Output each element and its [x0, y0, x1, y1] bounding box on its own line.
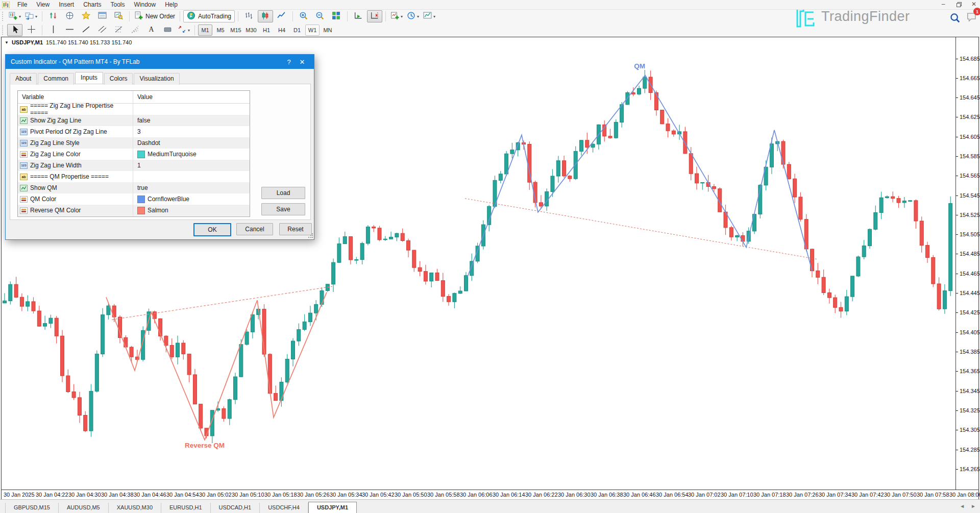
periods-dropdown-arrow[interactable]: ▾: [417, 14, 419, 19]
profiles-button[interactable]: ▾: [23, 10, 39, 22]
chart-tab-eurusdh1[interactable]: EURUSD,H1: [161, 503, 211, 513]
line-chart-button[interactable]: [274, 10, 289, 22]
dialog-help-button[interactable]: ?: [282, 58, 296, 66]
arrow-shapes-dropdown-arrow[interactable]: ▾: [188, 28, 190, 33]
chart-tab-usdcadh1[interactable]: USDCAD,H1: [211, 503, 260, 513]
dialog-close-button[interactable]: ✕: [296, 58, 309, 66]
restore-button[interactable]: [954, 1, 963, 8]
text-button[interactable]: A: [143, 24, 159, 36]
dialog-title-bar[interactable]: Custom Indicator - QM Pattern MT4 - By T…: [6, 55, 314, 69]
zoom-out-button[interactable]: [312, 10, 328, 22]
price-tick: [956, 371, 958, 372]
parameter-row[interactable]: 123Zig Zag Line Width1: [18, 160, 250, 171]
new-chart-dropdown-arrow[interactable]: ▾: [19, 14, 21, 19]
parameter-row[interactable]: 123Zig Zag Line StyleDashdot: [18, 137, 250, 149]
price-tick: [956, 156, 958, 157]
new-chart-button[interactable]: ▾: [7, 10, 22, 22]
minimize-button[interactable]: –: [939, 1, 947, 8]
parameter-row[interactable]: Zig Zag Line ColorMediumTurquoise: [18, 149, 250, 160]
time-axis[interactable]: 30 Jan 202530 Jan 04:2230 Jan 04:3030 Ja…: [2, 490, 978, 499]
dialog-tab-about[interactable]: About: [10, 73, 37, 85]
horizontal-line-button[interactable]: [62, 24, 77, 36]
menu-help[interactable]: Help: [160, 1, 182, 9]
dialog-resize-grip[interactable]: [308, 233, 313, 238]
candlestick-chart-button[interactable]: [258, 10, 273, 22]
timeframe-h1-button[interactable]: H1: [259, 25, 274, 36]
chart-tab-usdjpym1[interactable]: USDJPY,M1: [308, 502, 357, 513]
cursor-button[interactable]: [7, 24, 22, 36]
timeframe-w1-button[interactable]: W1: [305, 25, 320, 36]
parameter-row[interactable]: ab===== QM Propertise =====: [18, 171, 250, 182]
tab-scroll-left[interactable]: ◄: [960, 503, 965, 509]
chart-tab-audusdm5[interactable]: AUDUSD,M5: [59, 503, 109, 513]
navigator-button[interactable]: [78, 10, 93, 22]
cancel-button[interactable]: Cancel: [236, 223, 273, 235]
dialog-tab-inputs[interactable]: Inputs: [75, 72, 103, 84]
parameter-row[interactable]: Show QMtrue: [18, 182, 250, 193]
profiles-dropdown-arrow[interactable]: ▾: [35, 14, 37, 19]
price-axis-label: 154.645: [960, 94, 980, 101]
tab-scroll-right[interactable]: ►: [971, 503, 976, 509]
parameter-row[interactable]: Show Zig Zag Linefalse: [18, 115, 250, 126]
equidistant-channel-button[interactable]: [94, 24, 110, 36]
parameter-row[interactable]: ab===== Zig Zag Line Propertise =====: [18, 104, 250, 115]
market-watch-button[interactable]: [45, 10, 61, 22]
menu-window[interactable]: Window: [130, 1, 161, 9]
timeframe-m5-button[interactable]: M5: [213, 25, 228, 36]
parameter-row[interactable]: 123Pivot Period Of Zig Zag Line3: [18, 126, 250, 137]
search-icon[interactable]: [949, 12, 961, 23]
fibonacci-fan-button[interactable]: [127, 24, 142, 36]
menu-charts[interactable]: Charts: [79, 1, 106, 9]
templates-button[interactable]: ▾: [422, 10, 437, 22]
strategy-tester-button[interactable]: [111, 10, 126, 22]
vertical-line-button[interactable]: [45, 24, 61, 36]
chart-shift-button[interactable]: [367, 10, 382, 22]
menu-file[interactable]: File: [13, 1, 32, 9]
crosshair-button[interactable]: [23, 24, 39, 36]
menu-insert[interactable]: Insert: [54, 1, 79, 9]
autotrading-button[interactable]: AutoTrading: [183, 10, 235, 22]
vertical-line-icon: [49, 25, 58, 35]
timeframe-d1-button[interactable]: D1: [290, 25, 304, 36]
parameter-row[interactable]: QM ColorCornflowerBlue: [18, 193, 250, 205]
chart-tab-usdchfh4[interactable]: USDCHF,H4: [260, 503, 308, 513]
periods-button[interactable]: ▾: [405, 10, 421, 22]
menu-view[interactable]: View: [32, 1, 54, 9]
time-axis-label: 30 Jan 04:30: [68, 492, 101, 498]
timeframe-mn-button[interactable]: MN: [321, 25, 335, 36]
dialog-tab-visualization[interactable]: Visualization: [134, 73, 179, 85]
zoom-in-button[interactable]: [296, 10, 311, 22]
fibonacci-retracement-button[interactable]: [111, 24, 126, 36]
new-order-button[interactable]: New Order: [133, 10, 177, 22]
tile-windows-button[interactable]: [329, 10, 344, 22]
terminal-button[interactable]: [94, 10, 110, 22]
parameter-row[interactable]: Reverse QM ColorSalmon: [18, 205, 250, 216]
indicators-list-dropdown-arrow[interactable]: ▾: [401, 14, 403, 19]
arrow-shapes-button[interactable]: ▾: [176, 24, 191, 36]
notification-bubble[interactable]: 1: [966, 11, 978, 24]
chart-tab-gbpusdm15[interactable]: GBPUSD,M15: [5, 503, 59, 513]
indicators-list-button[interactable]: ▾: [389, 10, 404, 22]
timeframe-m1-button[interactable]: M1: [198, 25, 212, 36]
load-button[interactable]: Load: [261, 187, 305, 199]
timeframe-m30-button[interactable]: M30: [244, 25, 258, 36]
time-axis-label: 30 Jan 07:10: [721, 492, 753, 498]
reset-button[interactable]: Reset: [279, 223, 312, 235]
chart-collapse-icon[interactable]: ▼: [5, 40, 9, 45]
dialog-tab-colors[interactable]: Colors: [104, 73, 133, 85]
templates-dropdown-arrow[interactable]: ▾: [433, 14, 435, 19]
close-button[interactable]: ✕: [970, 1, 978, 8]
trendline-button[interactable]: [78, 24, 93, 36]
bar-chart-button[interactable]: [241, 10, 257, 22]
ok-button[interactable]: OK: [193, 223, 231, 236]
text-label-button[interactable]: [160, 24, 175, 36]
chart-tab-xauusdm30[interactable]: XAUUSD,M30: [109, 503, 161, 513]
menu-tools[interactable]: Tools: [106, 1, 130, 9]
price-axis[interactable]: 154.685154.665154.645154.625154.605154.5…: [955, 37, 978, 490]
timeframe-h4-button[interactable]: H4: [275, 25, 289, 36]
save-button[interactable]: Save: [261, 203, 305, 215]
timeframe-m15-button[interactable]: M15: [229, 25, 243, 36]
data-window-button[interactable]: [62, 10, 77, 22]
auto-scroll-button[interactable]: [351, 10, 366, 22]
dialog-tab-common[interactable]: Common: [38, 73, 74, 85]
